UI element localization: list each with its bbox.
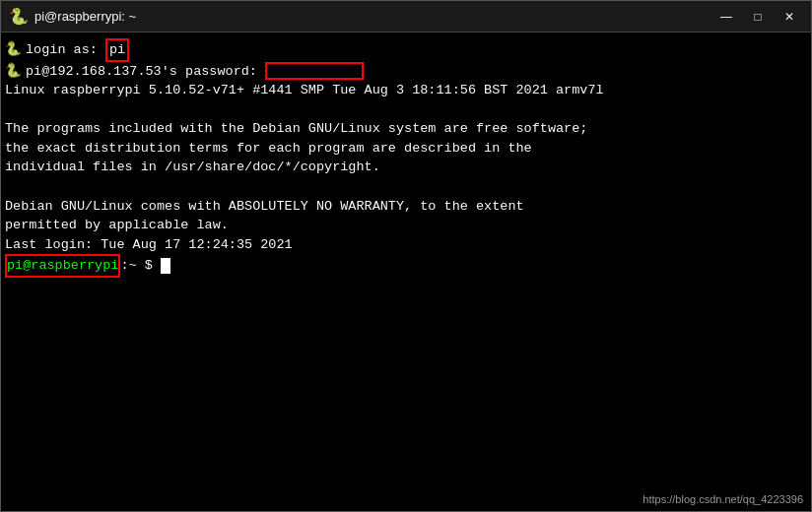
last-login-line: Last login: Tue Aug 17 12:24:35 2021	[5, 235, 807, 255]
titlebar: 🐍 pi@raspberrypi: ~ — □ ✕	[1, 1, 811, 32]
kernel-line: Linux raspberrypi 5.10.52-v71+ #1441 SMP…	[5, 81, 807, 100]
window-title: pi@raspberrypi: ~	[34, 9, 136, 24]
password-prompt: pi@192.168.137.53's password:	[26, 62, 265, 82]
programs-text-2: the exact distribution terms for each pr…	[5, 139, 532, 159]
login-line: 🐍 login as: pi	[5, 38, 807, 62]
warranty-text-1: Debian GNU/Linux comes with ABSOLUTELY N…	[5, 197, 524, 217]
terminal-body[interactable]: 🐍 login as: pi 🐍 pi@192.168.137.53's pas…	[1, 32, 811, 511]
maximize-button[interactable]: □	[744, 6, 772, 28]
last-login-text: Last login: Tue Aug 17 12:24:35 2021	[5, 235, 293, 255]
password-line: 🐍 pi@192.168.137.53's password:	[5, 62, 807, 82]
password-input-box[interactable]	[265, 62, 364, 80]
kernel-text: Linux raspberrypi 5.10.52-v71+ #1441 SMP…	[5, 81, 604, 100]
terminal-window: 🐍 pi@raspberrypi: ~ — □ ✕ 🐍 login as: pi…	[0, 0, 812, 512]
ssh-icon-1: 🐍	[5, 40, 22, 60]
programs-text-3: individual files in /usr/share/doc/*/cop…	[5, 158, 380, 177]
warranty-line-2: permitted by applicable law.	[5, 216, 807, 235]
prompt-user-host: pi@raspberrypi	[5, 254, 120, 278]
titlebar-controls: — □ ✕	[712, 6, 803, 28]
blank-line-2	[5, 177, 807, 197]
blank-line-1	[5, 100, 807, 120]
programs-text-1: The programs included with the Debian GN…	[5, 119, 587, 139]
ssh-icon-2: 🐍	[5, 62, 22, 82]
programs-line-2: the exact distribution terms for each pr…	[5, 139, 807, 159]
prompt-suffix: :~ $	[120, 256, 161, 276]
programs-line-1: The programs included with the Debian GN…	[5, 119, 807, 139]
terminal-cursor	[161, 258, 170, 274]
login-prefix: login as:	[26, 40, 105, 60]
watermark: https://blog.csdn.net/qq_4223396	[643, 493, 803, 505]
programs-line-3: individual files in /usr/share/doc/*/cop…	[5, 158, 807, 177]
warranty-text-2: permitted by applicable law.	[5, 216, 229, 235]
titlebar-left: 🐍 pi@raspberrypi: ~	[9, 7, 136, 27]
warranty-line-1: Debian GNU/Linux comes with ABSOLUTELY N…	[5, 197, 807, 217]
title-icon: 🐍	[9, 7, 29, 27]
close-button[interactable]: ✕	[776, 6, 803, 28]
login-user: pi	[105, 38, 129, 62]
prompt-line: pi@raspberrypi:~ $	[5, 254, 807, 278]
minimize-button[interactable]: —	[712, 6, 740, 28]
